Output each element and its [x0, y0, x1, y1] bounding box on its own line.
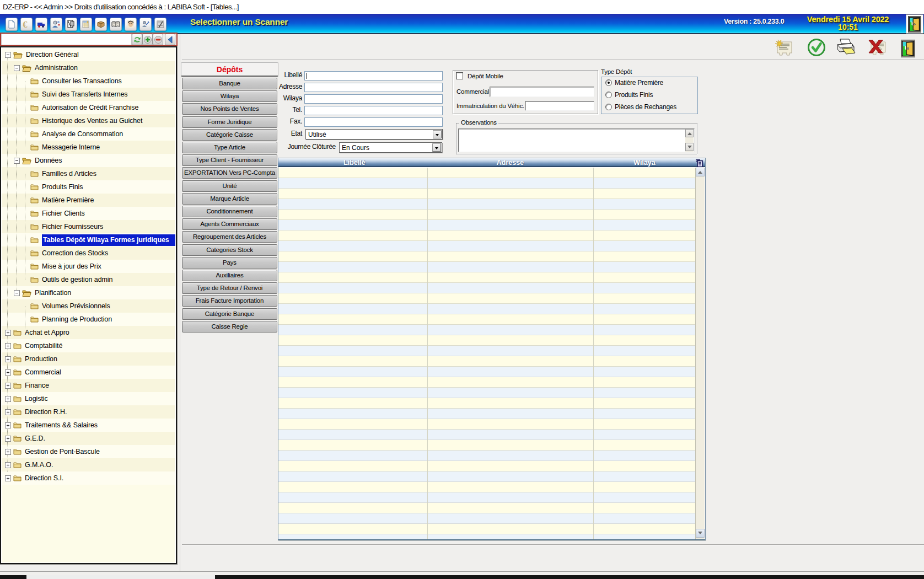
svg-text:€: € [23, 20, 28, 29]
